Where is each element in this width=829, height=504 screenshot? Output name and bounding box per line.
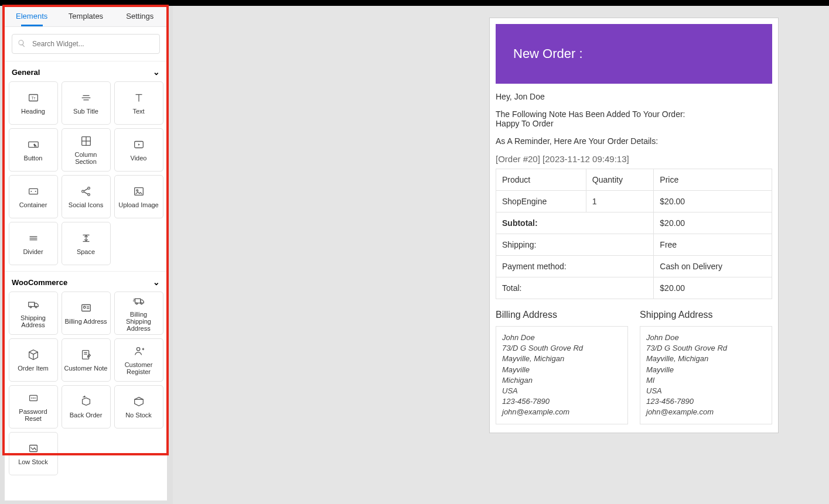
widget-label: No Stock	[125, 412, 152, 419]
search-container	[5, 27, 167, 61]
widget-video[interactable]: Video	[114, 128, 163, 172]
svg-point-37	[135, 303, 137, 304]
category-general-toggle[interactable]: General ⌄	[7, 67, 165, 77]
widget-billing-shipping-address[interactable]: Billing Shipping Address	[114, 292, 163, 335]
widget-customer-note[interactable]: Customer Note	[62, 338, 111, 382]
svg-rect-36	[135, 299, 140, 303]
payment-value: Cash on Delivery	[654, 256, 772, 277]
box-empty-icon	[132, 395, 145, 408]
svg-line-20	[84, 192, 87, 194]
widget-divider[interactable]: Divider	[9, 222, 58, 265]
svg-rect-13	[29, 188, 37, 194]
shipping-address-heading: Shipping Address	[640, 310, 772, 320]
th-price: Price	[654, 169, 772, 191]
email-header: New Order :	[496, 24, 772, 84]
billing-address-content: John Doe73/D G South Grove RdMayville, M…	[496, 326, 628, 424]
svg-point-17	[87, 187, 90, 190]
preview-canvas: New Order : Hey, Jon Doe The Following N…	[173, 6, 829, 504]
widget-no-stock[interactable]: No Stock	[114, 385, 163, 428]
row-qty: 1	[586, 191, 654, 212]
widget-social-icons[interactable]: Social Icons	[62, 175, 111, 218]
heading-icon: Tт	[27, 91, 40, 104]
svg-line-42	[33, 352, 37, 354]
truck-icon	[27, 298, 40, 311]
widget-label: Divider	[23, 248, 43, 255]
svg-point-31	[35, 306, 37, 308]
svg-point-53	[34, 397, 35, 399]
widget-label: Password Reset	[12, 408, 55, 422]
order-table: Product Quantity Price ShopEngine 1 $20.…	[496, 169, 772, 299]
widget-label: Order Item	[18, 365, 49, 372]
text-icon	[132, 91, 145, 104]
email-note-body: Happy To Order	[496, 119, 554, 128]
widget-label: Text	[132, 108, 144, 115]
email-note-intro: The Following Note Has Been Added To You…	[496, 109, 685, 119]
widget-shipping-address[interactable]: Shipping Address	[9, 292, 58, 335]
search-input[interactable]	[12, 34, 160, 54]
widget-subtitle[interactable]: Sub Title	[62, 81, 111, 125]
th-quantity: Quantity	[586, 169, 654, 191]
email-title: New Order :	[513, 46, 583, 61]
sidebar-panel: Elements Templates Settings General ⌄ Tт…	[5, 6, 168, 500]
category-general-label: General	[12, 68, 40, 77]
category-woo-toggle[interactable]: WooCommerce ⌄	[7, 277, 165, 287]
widget-customer-register[interactable]: Customer Register	[114, 338, 163, 382]
svg-point-47	[137, 348, 140, 351]
tab-settings[interactable]: Settings	[113, 6, 167, 26]
widget-text[interactable]: Text	[114, 81, 163, 125]
shipping-label: Shipping:	[496, 234, 654, 256]
subtotal-label: Subtotal:	[496, 212, 654, 234]
svg-text:Tт: Tт	[31, 96, 35, 100]
tab-templates[interactable]: Templates	[59, 6, 112, 26]
svg-point-30	[30, 306, 32, 308]
note-edit-icon	[80, 348, 93, 361]
svg-rect-32	[81, 305, 90, 311]
trend-down-icon	[27, 442, 40, 455]
widget-container[interactable]: Container	[9, 175, 58, 218]
svg-rect-55	[29, 445, 37, 452]
widget-column-section[interactable]: Column Section	[62, 128, 111, 172]
widget-label: Billing Address	[64, 318, 107, 325]
svg-line-41	[29, 352, 33, 354]
addresses-row: Billing Address John Doe73/D G South Gro…	[496, 310, 772, 424]
billing-address-block: Billing Address John Doe73/D G South Gro…	[496, 310, 628, 424]
subtitle-icon	[80, 91, 93, 104]
upload-image-icon	[132, 185, 145, 198]
row-price: $20.00	[654, 191, 772, 212]
tab-elements[interactable]: Elements	[5, 6, 59, 26]
total-value: $20.00	[654, 277, 772, 299]
box-return-icon	[80, 395, 93, 408]
th-product: Product	[496, 169, 586, 191]
widget-label: Sub Title	[73, 108, 98, 115]
widget-upload-image[interactable]: Upload Image	[114, 175, 163, 218]
widget-space[interactable]: Space	[62, 222, 111, 265]
user-plus-icon	[132, 345, 145, 358]
svg-point-22	[136, 190, 138, 191]
category-general: General ⌄ TтHeading Sub Title Text Butto…	[5, 61, 167, 271]
widget-label: Column Section	[64, 151, 108, 165]
svg-marker-12	[138, 143, 140, 146]
svg-point-16	[81, 190, 84, 193]
email-body: Hey, Jon Doe The Following Note Has Been…	[496, 84, 772, 427]
payment-label: Payment method:	[496, 256, 654, 277]
email-preview-card: New Order : Hey, Jon Doe The Following N…	[489, 18, 779, 433]
category-woo-label: WooCommerce	[12, 278, 67, 287]
divider-icon	[27, 232, 40, 245]
column-icon	[80, 135, 93, 148]
id-card-icon	[80, 301, 93, 314]
widget-label: Customer Register	[117, 361, 161, 375]
widget-order-item[interactable]: Order Item	[9, 338, 58, 382]
svg-point-52	[33, 397, 34, 399]
svg-line-19	[84, 188, 87, 191]
widget-back-order[interactable]: Back Order	[62, 385, 111, 428]
widget-label: Video	[131, 155, 147, 162]
sidebar-tabs: Elements Templates Settings	[5, 6, 167, 27]
svg-point-18	[87, 194, 90, 196]
widget-billing-address[interactable]: Billing Address	[62, 292, 111, 335]
widget-heading[interactable]: TтHeading	[9, 81, 58, 125]
billing-address-heading: Billing Address	[496, 310, 628, 320]
widget-low-stock[interactable]: Low Stock	[9, 432, 58, 475]
email-reminder: As A Reminder, Here Are Your Order Detai…	[496, 136, 772, 146]
widget-button[interactable]: Button	[9, 128, 58, 172]
widget-password-reset[interactable]: Password Reset	[9, 385, 58, 428]
